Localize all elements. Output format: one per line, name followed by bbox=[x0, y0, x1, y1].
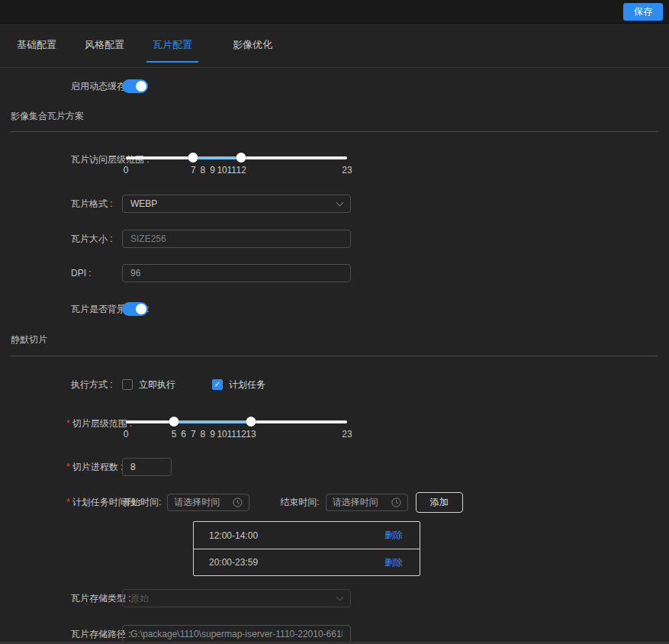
slider-selected-range bbox=[193, 156, 241, 159]
toggle-knob bbox=[136, 81, 146, 92]
slider-handle-max[interactable] bbox=[236, 153, 246, 163]
schedule-period-label: *计划任务时间段 : bbox=[0, 496, 122, 509]
end-time-input[interactable]: 请选择时间 bbox=[326, 494, 408, 511]
delete-link[interactable]: 删除 bbox=[384, 556, 403, 569]
slice-level-range-row: *切片层级范围 : 0567891011121323 bbox=[0, 416, 669, 443]
section-silent-tiling: 静默切片 bbox=[0, 333, 669, 345]
access-level-range-label: 瓦片访问层级范围 : bbox=[0, 152, 122, 166]
slider-tick-labels: 078910111223 bbox=[126, 165, 347, 175]
transparent-bg-label: 瓦片是否背景透明 : bbox=[0, 303, 122, 316]
top-bar: 保存 bbox=[0, 0, 669, 24]
slider-tick-label: 8 bbox=[201, 429, 206, 440]
checkbox-label: 立即执行 bbox=[139, 378, 175, 391]
schedule-period-row: *计划任务时间段 : 开始时间: 请选择时间 结束时间: 请选择时间 添加 bbox=[0, 492, 669, 513]
storage-type-label: 瓦片存储类型 : bbox=[0, 592, 122, 605]
schedule-row: 12:00-14:00删除 bbox=[194, 522, 420, 549]
slice-level-range-slider: 0567891011121323 bbox=[122, 416, 351, 440]
save-button[interactable]: 保存 bbox=[623, 3, 663, 21]
dpi-row: DPI : 96 bbox=[0, 264, 669, 282]
tab-basic-config[interactable]: 基础配置 bbox=[11, 38, 63, 67]
dynamic-cache-toggle[interactable] bbox=[122, 79, 148, 93]
tab-style-config[interactable]: 风格配置 bbox=[79, 38, 130, 67]
tile-size-input[interactable]: SIZE256 bbox=[122, 230, 351, 248]
tab-image-optimization[interactable]: 影像优化 bbox=[227, 38, 278, 67]
tile-format-label: 瓦片格式 : bbox=[0, 198, 122, 211]
slider-tick-labels: 0567891011121323 bbox=[126, 429, 347, 440]
end-time-placeholder: 请选择时间 bbox=[333, 496, 378, 509]
transparent-bg-toggle[interactable] bbox=[122, 302, 148, 316]
storage-type-select: 原始 bbox=[122, 589, 351, 607]
access-level-range-row: 瓦片访问层级范围 : 078910111223 bbox=[0, 152, 669, 179]
slider-tick-label: 12 bbox=[236, 165, 246, 175]
dpi-value: 96 bbox=[130, 268, 140, 279]
slider-tick-label: 5 bbox=[172, 429, 177, 440]
add-time-period-button[interactable]: 添加 bbox=[416, 492, 463, 513]
tile-size-row: 瓦片大小 : SIZE256 bbox=[0, 230, 669, 248]
clock-icon bbox=[391, 497, 401, 507]
slider-handle-max[interactable] bbox=[246, 417, 256, 427]
slider-tick-label: 9 bbox=[210, 165, 215, 175]
slider-tick-label: 13 bbox=[246, 429, 256, 440]
dpi-input[interactable]: 96 bbox=[122, 264, 351, 282]
slider-tick-label: 10 bbox=[217, 429, 227, 440]
section-divider bbox=[11, 131, 658, 132]
slider-tick-label: 0 bbox=[124, 429, 129, 440]
toggle-knob bbox=[136, 304, 146, 314]
start-time-input[interactable]: 请选择时间 bbox=[167, 494, 249, 511]
tile-format-row: 瓦片格式 : WEBP bbox=[0, 195, 669, 213]
slider-tick-label: 12 bbox=[236, 429, 246, 440]
slice-process-count-input[interactable]: 8 bbox=[122, 458, 172, 476]
slider-tick-label: 6 bbox=[181, 429, 186, 440]
slider-tick-label: 23 bbox=[342, 429, 352, 440]
required-asterisk: * bbox=[66, 497, 70, 507]
tile-size-value: SIZE256 bbox=[130, 233, 166, 244]
dynamic-cache-row: 启用动态缓存 : bbox=[0, 77, 669, 95]
slider-selected-range bbox=[174, 420, 251, 423]
slice-process-count-row: *切片进程数 : 8 bbox=[0, 458, 669, 476]
slider-tick-label: 9 bbox=[210, 429, 215, 440]
chevron-down-icon bbox=[336, 198, 344, 206]
checkbox-icon[interactable]: ✓ bbox=[212, 379, 223, 390]
slider-tick-label: 8 bbox=[201, 165, 206, 175]
slider-track[interactable] bbox=[126, 420, 347, 423]
checkbox-icon[interactable]: ✓ bbox=[122, 379, 133, 390]
dynamic-cache-label: 启用动态缓存 : bbox=[0, 80, 122, 93]
schedule-time: 20:00-23:59 bbox=[209, 557, 258, 568]
slider-tick-label: 7 bbox=[191, 165, 196, 175]
chevron-down-icon bbox=[336, 593, 344, 601]
clock-icon bbox=[233, 497, 243, 507]
tab-bar: 基础配置 风格配置 瓦片配置 影像优化 bbox=[0, 24, 669, 68]
delete-link[interactable]: 删除 bbox=[384, 529, 403, 542]
check-icon: ✓ bbox=[214, 381, 220, 388]
slider-track[interactable] bbox=[126, 156, 347, 159]
slider-tick-label: 10 bbox=[217, 165, 227, 175]
section-image-tile-scheme: 影像集合瓦片方案 bbox=[0, 110, 669, 121]
slider-tick-label: 11 bbox=[227, 429, 236, 440]
tab-tile-config[interactable]: 瓦片配置 bbox=[146, 38, 198, 67]
tile-format-select[interactable]: WEBP bbox=[122, 195, 351, 213]
storage-path-input[interactable]: G:\package\1110\supermap-iserver-1110-22… bbox=[122, 625, 351, 643]
slider-handle-min[interactable] bbox=[169, 417, 179, 427]
slider-tick-label: 11 bbox=[227, 165, 236, 175]
storage-path-value: G:\package\1110\supermap-iserver-1110-22… bbox=[130, 629, 343, 639]
tile-format-value: WEBP bbox=[130, 198, 157, 209]
schedule-time: 12:00-14:00 bbox=[209, 530, 258, 541]
checkbox-label: 计划任务 bbox=[229, 378, 265, 391]
checkbox-scheduled-task[interactable]: ✓ 计划任务 bbox=[212, 378, 265, 391]
execution-mode-label: 执行方式 : bbox=[0, 378, 122, 391]
storage-type-value: 原始 bbox=[130, 592, 149, 605]
section-divider bbox=[11, 356, 658, 356]
slice-process-count-value: 8 bbox=[130, 462, 136, 472]
end-time-label: 结束时间: bbox=[280, 496, 319, 509]
start-time-label: 开始时间: bbox=[122, 496, 161, 509]
slider-handle-min[interactable] bbox=[188, 153, 198, 163]
execution-mode-row: 执行方式 : ✓ 立即执行 ✓ 计划任务 bbox=[0, 375, 669, 394]
required-asterisk: * bbox=[66, 462, 70, 472]
slider-tick-label: 23 bbox=[342, 165, 352, 175]
dpi-label: DPI : bbox=[0, 268, 122, 279]
required-asterisk: * bbox=[66, 418, 70, 429]
schedule-table: 12:00-14:00删除20:00-23:59删除 bbox=[193, 521, 420, 576]
slice-level-range-label: *切片层级范围 : bbox=[0, 416, 122, 430]
slider-tick-label: 0 bbox=[124, 165, 129, 175]
checkbox-immediate-execution[interactable]: ✓ 立即执行 bbox=[122, 378, 175, 391]
